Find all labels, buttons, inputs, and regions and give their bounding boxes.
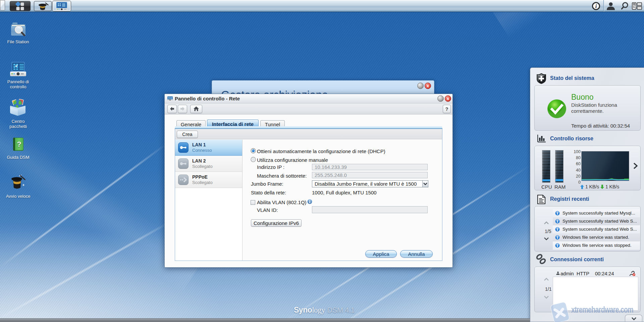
svg-text:i: i <box>595 3 597 9</box>
svg-text:?: ? <box>17 140 21 148</box>
